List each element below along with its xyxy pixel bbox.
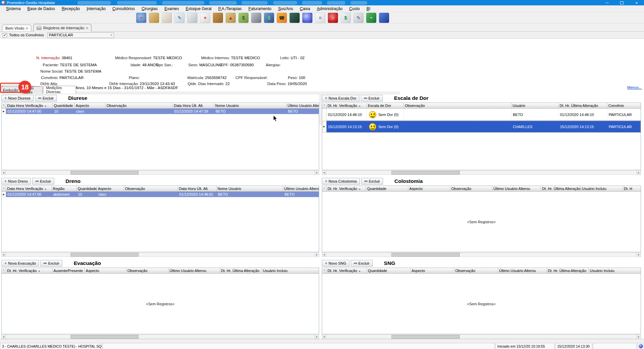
scrollbar-thumb[interactable]	[391, 253, 460, 257]
scrollbar-track[interactable]	[6, 253, 315, 257]
tab-medicoes-diversas[interactable]: Medições Diversas	[43, 86, 76, 93]
scroll-right-icon[interactable]	[315, 170, 319, 175]
cash-stack-icon[interactable]: $	[238, 13, 249, 23]
scroll-right-icon[interactable]	[637, 170, 641, 175]
menu-item-p-a-terapias[interactable]: P.A./Terapias	[215, 5, 245, 12]
scrollbar-track[interactable]	[326, 170, 637, 175]
column-header[interactable]: Data Hora Últ. Alt.	[178, 186, 217, 191]
novo-sng-button[interactable]: Novo SNG	[322, 260, 349, 267]
column-header[interactable]: Usuário	[512, 103, 559, 108]
menu-item-interna-o[interactable]: Internação	[83, 5, 109, 12]
scroll-right-icon[interactable]	[315, 253, 319, 257]
column-header[interactable]: Dt. Hr. Última Alteração	[220, 268, 262, 273]
scrollbar-track[interactable]	[6, 335, 315, 339]
column-header[interactable]: Último Usuário Alterou	[287, 103, 319, 108]
minimize-button[interactable]	[600, 0, 614, 5]
dreno-grid[interactable]: *Data Hora Verificação▲RegiãoQuantidadeA…	[1, 186, 319, 252]
escala-de-dor-grid[interactable]: *Dt. Hr. Verificação▲Escala de DorObserv…	[322, 103, 641, 170]
column-header[interactable]: Usuário Incluiu	[589, 268, 641, 273]
escala-de-dor-hscrollbar[interactable]	[322, 170, 641, 175]
colostomia-grid[interactable]: *Dt. Hr. Verificação▲QuantidadeAspectoOb…	[322, 186, 641, 252]
menu-item-estoque-geral[interactable]: Estoque Geral	[182, 5, 215, 12]
column-header[interactable]: Aspecto	[408, 186, 450, 191]
scroll-left-icon[interactable]	[322, 170, 326, 175]
column-header[interactable]: Usuário Incluiu	[581, 186, 623, 191]
close-tab-icon[interactable]	[26, 27, 28, 30]
novo-colostomia-button[interactable]: Nova Colostomia	[322, 178, 360, 185]
stock-box-icon[interactable]	[213, 13, 223, 23]
scrollbar-thumb[interactable]	[71, 171, 139, 174]
close-button[interactable]	[629, 0, 644, 5]
column-header[interactable]: Último Usuário Alterou	[168, 268, 220, 273]
evacuacao-grid[interactable]: *Dt. Hr. Verificação▲Ausente/PresenteAsp…	[1, 268, 319, 334]
tab-bem-vindo[interactable]: Bem Vindo	[2, 25, 31, 31]
column-header[interactable]: Dt. Hr. Última Alteração	[547, 268, 589, 273]
menu-item-caixa[interactable]: Caixa	[297, 5, 314, 12]
column-header[interactable]: Dt. Hr. Última Alteração	[541, 186, 581, 191]
column-header[interactable]: Dt. Hr. Última Alteração	[559, 103, 607, 108]
column-header[interactable]: Dt. Hr. Verificação▲	[327, 268, 367, 273]
novo-evacuacao-button[interactable]: Nova Evacuação	[1, 260, 39, 267]
column-header[interactable]: Dt. Hr. Verificação▲	[6, 268, 52, 273]
patient-book-icon[interactable]	[379, 13, 389, 23]
scrollbar-thumb[interactable]	[71, 253, 139, 257]
patients-folder-icon[interactable]	[149, 13, 159, 23]
novo-diurese-button[interactable]: Novo Diurese	[1, 95, 34, 102]
column-header[interactable]: Nome Usuário	[214, 103, 287, 108]
dreno-hscrollbar[interactable]	[1, 253, 319, 257]
column-header[interactable]: Quantidade	[53, 103, 75, 108]
scroll-right-icon[interactable]	[315, 335, 319, 339]
evacuacao-hscrollbar[interactable]	[1, 335, 319, 339]
column-header[interactable]: Data Hora Últ. Alt.	[173, 103, 214, 108]
close-tab-icon[interactable]	[86, 26, 88, 30]
novo-escala-de-dor-button[interactable]: Nova Escala Dor	[322, 95, 359, 102]
excluir-sng-button[interactable]: Excluir	[351, 260, 373, 267]
table-row[interactable]: ►01/12/2020 14:47:0010claro01/12/2020 14…	[2, 109, 319, 114]
column-header[interactable]: Aspecto	[85, 268, 126, 273]
column-header[interactable]: Dt. Hr. Verificação▲	[327, 103, 367, 108]
excluir-diurese-button[interactable]: Excluir	[35, 95, 57, 102]
column-header[interactable]: Data Hora Verificação▲	[6, 186, 52, 191]
report-grid-icon[interactable]: ≡	[315, 13, 325, 23]
diurese-grid[interactable]: *Data Hora Verificação▲QuantidadeAspecto…	[1, 103, 319, 170]
hospital-bed-icon[interactable]	[187, 13, 197, 23]
clipboard-pen-icon[interactable]: ✎	[353, 13, 364, 23]
convenio-dropdown[interactable]: PARTICULAR	[47, 32, 114, 38]
menu-item-cirurgias[interactable]: Cirurgias	[138, 5, 161, 12]
menu-item-exames[interactable]: Exames	[161, 5, 182, 12]
column-header[interactable]: Quantidade	[367, 268, 411, 273]
menos-link[interactable]: Menos...	[627, 85, 642, 89]
table-row[interactable]: ►15/12/2020 14:13:15Sem Dor (0)CHARLLES1…	[322, 121, 641, 133]
diurese-hscrollbar[interactable]	[1, 170, 319, 175]
excluir-colostomia-button[interactable]: Excluir	[361, 178, 383, 185]
vitals-book-icon[interactable]: ~	[366, 13, 376, 23]
tab-registros-de-internacao[interactable]: Registros de Internação	[33, 24, 91, 32]
scrollbar-thumb[interactable]	[391, 171, 460, 174]
column-header[interactable]: Quantidade	[366, 186, 408, 191]
column-header[interactable]: Aspecto	[75, 103, 106, 108]
medical-record-icon[interactable]: ✎	[175, 13, 185, 23]
scroll-left-icon[interactable]	[1, 253, 6, 257]
chat-orb-icon[interactable]	[302, 13, 312, 23]
table-row[interactable]: 01/12/2020 14:48:10Sem Dor (0)BETO01/12/…	[322, 109, 641, 121]
sng-hscrollbar[interactable]	[322, 335, 641, 339]
phone-directory-icon[interactable]: ☎	[277, 13, 287, 23]
power-button-icon[interactable]: ○	[328, 13, 338, 23]
doctor-icon[interactable]	[162, 13, 172, 23]
scrollbar-thumb[interactable]	[71, 335, 139, 339]
column-header[interactable]: Região	[52, 186, 77, 191]
column-header[interactable]: Último Usuário Alterou	[283, 186, 319, 191]
column-header[interactable]: Último Usuário Alterou	[498, 268, 547, 273]
scrollbar-track[interactable]	[6, 170, 315, 175]
scrollbar-track[interactable]	[326, 335, 637, 339]
menu-item-sistema[interactable]: Sistema	[3, 5, 24, 12]
maximize-button[interactable]	[614, 0, 629, 5]
column-header[interactable]: Nome Usuário	[217, 186, 283, 191]
menu-item-sus-ans[interactable]: Sus/Ans	[275, 5, 297, 12]
cash-raise-icon[interactable]: ▲	[226, 13, 236, 23]
excluir-dreno-button[interactable]: Excluir	[32, 178, 54, 185]
column-header[interactable]: Data Hora Verificação▲	[6, 103, 53, 108]
column-header[interactable]: Usuário Incluiu	[262, 268, 319, 273]
scrollbar-track[interactable]	[326, 253, 637, 257]
column-header[interactable]: Dt. Hr. Verificação▲	[327, 186, 366, 191]
